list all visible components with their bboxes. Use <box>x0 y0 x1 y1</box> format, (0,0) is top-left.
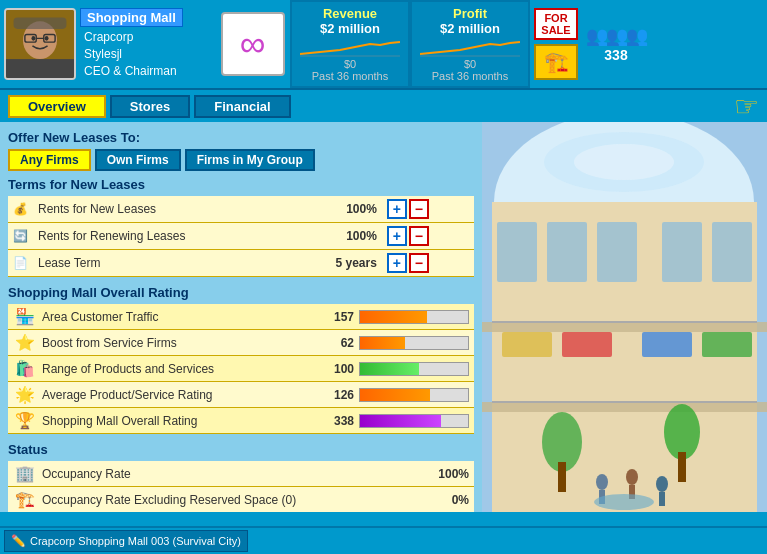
rent-new-decrease[interactable]: − <box>409 199 429 219</box>
any-firms-button[interactable]: Any Firms <box>8 149 91 171</box>
avg-rating-label: Average Product/Service Rating <box>42 388 309 402</box>
lease-term-decrease[interactable]: − <box>409 253 429 273</box>
service-icon: ⭐ <box>13 333 37 352</box>
svg-rect-4 <box>14 18 67 29</box>
rent-new-controls: + − <box>382 196 474 223</box>
logo-section: ∞ <box>215 0 290 88</box>
svg-rect-25 <box>678 452 686 482</box>
overall-value: 338 <box>314 414 354 428</box>
revenue-value: $2 million <box>320 21 380 36</box>
for-sale-sign[interactable]: FORSALE <box>534 8 578 40</box>
avg-rating-bar <box>359 388 469 402</box>
terms-title: Terms for New Leases <box>8 177 474 192</box>
lease-term-label: Lease Term <box>33 250 312 277</box>
svg-point-6 <box>45 36 49 41</box>
own-firms-button[interactable]: Own Firms <box>95 149 181 171</box>
company-logo: ∞ <box>221 12 285 76</box>
svg-rect-21 <box>712 222 752 282</box>
svg-point-28 <box>626 469 638 485</box>
table-row: 📄 Lease Term 5 years + − <box>8 250 474 277</box>
lease-term-value: 5 years <box>312 250 382 277</box>
svg-rect-31 <box>659 492 665 506</box>
pencil-icon: ✏️ <box>11 534 26 548</box>
list-item: ⭐ Boost from Service Firms 62 <box>8 330 474 356</box>
terms-table: 💰 Rents for New Leases 100% + − 🔄 Rents … <box>8 196 474 277</box>
svg-rect-36 <box>502 332 552 357</box>
svg-point-5 <box>32 36 36 41</box>
offer-section: Offer New Leases To: Any Firms Own Firms… <box>8 130 474 171</box>
occupancy-icon: 🏢 <box>13 464 37 483</box>
rent-renew-increase[interactable]: + <box>387 226 407 246</box>
people-icon: 👥👥👥 <box>586 25 646 47</box>
list-item: 🏗️ Occupancy Rate Excluding Reserved Spa… <box>8 487 474 512</box>
tab-financial[interactable]: Financial <box>194 95 290 118</box>
svg-rect-39 <box>702 332 752 357</box>
tabs-bar: Overview Stores Financial ☞ <box>0 90 767 122</box>
profit-sparkline <box>420 36 520 58</box>
occupancy-excl-value: 0% <box>429 493 469 507</box>
svg-rect-17 <box>497 222 537 282</box>
action-buttons-section: FORSALE 🏗️ <box>530 0 582 88</box>
avg-rating-bar-fill <box>360 389 430 401</box>
occupancy-value: 100% <box>429 467 469 481</box>
table-row: 💰 Rents for New Leases 100% + − <box>8 196 474 223</box>
revenue-period: Past 36 months <box>312 70 388 82</box>
player-name: Stylesjl <box>80 46 183 63</box>
revenue-baseline: $0 <box>344 58 356 70</box>
svg-rect-37 <box>562 332 612 357</box>
occupancy-label: Occupancy Rate <box>42 467 424 481</box>
profit-period: Past 36 months <box>432 70 508 82</box>
rent-new-increase[interactable]: + <box>387 199 407 219</box>
overall-rating-section: 👥👥👥 338 <box>582 0 650 88</box>
list-item: 🏪 Area Customer Traffic 157 <box>8 304 474 330</box>
tab-overview[interactable]: Overview <box>8 95 106 118</box>
traffic-value: 157 <box>314 310 354 324</box>
rent-renew-controls: + − <box>382 223 474 250</box>
service-bar <box>359 336 469 350</box>
list-item: 🏆 Shopping Mall Overall Rating 338 <box>8 408 474 434</box>
taskbar-label: Crapcorp Shopping Mall 003 (Survival Cit… <box>30 535 241 547</box>
lease-term-increase[interactable]: + <box>387 253 407 273</box>
occupancy-excl-icon: 🏗️ <box>13 490 37 509</box>
range-label: Range of Products and Services <box>42 362 309 376</box>
rent-new-label: Rents for New Leases <box>33 196 312 223</box>
service-bar-fill <box>360 337 405 349</box>
svg-point-30 <box>656 476 668 492</box>
overall-bar-fill <box>360 415 441 427</box>
firms-in-group-button[interactable]: Firms in My Group <box>185 149 315 171</box>
header: Shopping Mall Crapcorp Stylesjl CEO & Ch… <box>0 0 767 90</box>
rent-renew-label: Rents for Renewing Leases <box>33 223 312 250</box>
cursor-icon: ☞ <box>734 90 759 123</box>
svg-rect-24 <box>558 462 566 492</box>
status-section: Status 🏢 Occupancy Rate 100% 🏗️ Occupanc… <box>8 442 474 512</box>
overall-icon: 🏆 <box>13 411 37 430</box>
offer-title: Offer New Leases To: <box>8 130 474 145</box>
lease-term-icon: 📄 <box>8 250 33 277</box>
taskbar-app-button[interactable]: ✏️ Crapcorp Shopping Mall 003 (Survival … <box>4 530 248 552</box>
svg-rect-16 <box>482 402 767 412</box>
avatar <box>4 8 76 80</box>
profit-label: Profit <box>453 6 487 21</box>
revenue-stat: Revenue $2 million $0 Past 36 months <box>290 0 410 88</box>
svg-point-40 <box>594 494 654 510</box>
rating-table-section: Shopping Mall Overall Rating 🏪 Area Cust… <box>8 285 474 434</box>
profit-stat: Profit $2 million $0 Past 36 months <box>410 0 530 88</box>
overall-bar <box>359 414 469 428</box>
taskbar: ✏️ Crapcorp Shopping Mall 003 (Survival … <box>0 526 767 554</box>
tab-stores[interactable]: Stores <box>110 95 190 118</box>
avg-rating-value: 126 <box>314 388 354 402</box>
service-value: 62 <box>314 336 354 350</box>
company-section: Shopping Mall Crapcorp Stylesjl CEO & Ch… <box>0 0 215 88</box>
bulldozer-icon[interactable]: 🏗️ <box>534 44 578 80</box>
table-row: 🔄 Rents for Renewing Leases 100% + − <box>8 223 474 250</box>
avg-rating-icon: 🌟 <box>13 385 37 404</box>
shopping-mall-label: Shopping Mall <box>80 8 183 27</box>
rent-renew-decrease[interactable]: − <box>409 226 429 246</box>
traffic-label: Area Customer Traffic <box>42 310 309 324</box>
revenue-sparkline <box>300 36 400 58</box>
range-icon: 🛍️ <box>13 359 37 378</box>
left-panel: Offer New Leases To: Any Firms Own Firms… <box>0 122 482 512</box>
range-bar <box>359 362 469 376</box>
svg-point-33 <box>574 144 674 180</box>
rent-new-icon: 💰 <box>8 196 33 223</box>
